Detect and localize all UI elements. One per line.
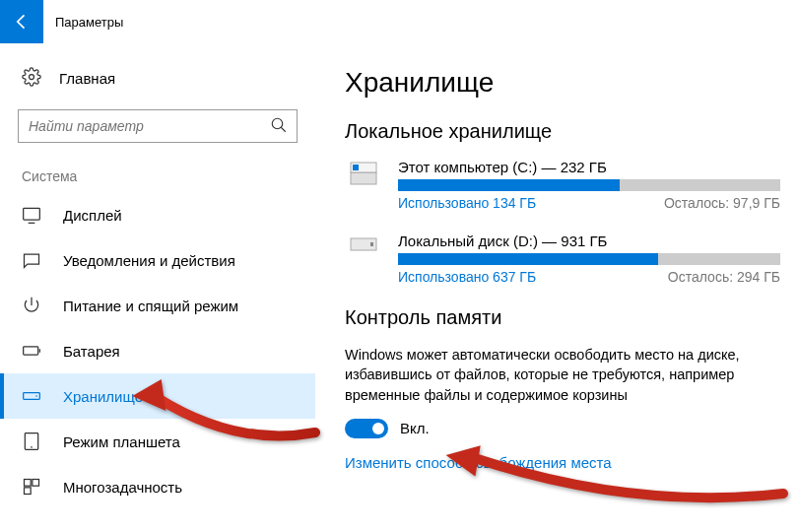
search-input[interactable]	[18, 109, 298, 143]
storage-sense-toggle[interactable]	[345, 419, 388, 438]
battery-icon	[22, 341, 41, 361]
svg-rect-3	[24, 347, 38, 355]
power-icon	[22, 296, 41, 315]
home-label: Главная	[59, 70, 115, 87]
search-box[interactable]	[18, 109, 298, 143]
svg-rect-9	[25, 488, 32, 495]
sidebar-item-label: Питание и спящий режим	[63, 298, 238, 314]
sidebar-item-battery[interactable]: Батарея	[0, 328, 315, 373]
drive-c-bar	[398, 179, 780, 191]
display-icon	[22, 205, 41, 225]
gear-icon	[22, 67, 41, 90]
svg-point-0	[30, 75, 34, 80]
home-button[interactable]: Главная	[0, 57, 315, 100]
svg-rect-8	[33, 480, 39, 487]
drive-d-remain: Осталось: 294 ГБ	[668, 269, 780, 285]
tablet-icon	[22, 432, 41, 451]
multitask-icon	[22, 477, 41, 497]
storage-sense-desc: Windows может автоматически освободить м…	[345, 345, 759, 405]
change-method-link[interactable]: Изменить способ освобождения места	[345, 454, 780, 471]
drive-c-icon	[345, 159, 382, 211]
search-icon	[270, 116, 288, 138]
back-button[interactable]	[0, 0, 43, 43]
sidebar-item-multitask[interactable]: Многозадачность	[0, 464, 315, 509]
storage-sense-title: Контроль памяти	[345, 306, 780, 329]
sidebar-item-label: Уведомления и действия	[63, 252, 235, 269]
sidebar-item-display[interactable]: Дисплей	[0, 192, 315, 237]
drive-c[interactable]: Этот компьютер (C:) — 232 ГБ Использован…	[345, 159, 780, 211]
group-label: Система	[0, 161, 315, 192]
storage-icon	[22, 386, 41, 406]
drive-d-bar	[398, 253, 780, 265]
page-title: Хранилище	[345, 67, 780, 99]
drive-c-remain: Осталось: 97,9 ГБ	[664, 195, 780, 211]
toggle-label: Вкл.	[400, 420, 430, 436]
svg-rect-7	[25, 480, 32, 487]
sidebar-item-tablet[interactable]: Режим планшета	[0, 419, 315, 464]
svg-rect-14	[370, 242, 373, 246]
svg-rect-10	[351, 172, 376, 184]
sidebar-item-label: Режим планшета	[63, 433, 180, 450]
drive-d-name: Локальный диск (D:) — 931 ГБ	[398, 233, 780, 249]
sidebar: Главная Система Дисплей Уведомления и де…	[0, 43, 315, 532]
sidebar-item-label: Многозадачность	[63, 479, 182, 496]
svg-rect-12	[353, 165, 359, 170]
notification-icon	[22, 250, 41, 270]
sidebar-item-storage[interactable]: Хранилище	[0, 373, 315, 419]
drive-d-icon	[345, 233, 382, 285]
sidebar-item-label: Хранилище	[63, 388, 143, 405]
drive-d[interactable]: Локальный диск (D:) — 931 ГБ Использован…	[345, 233, 780, 285]
main-content: Хранилище Локальное хранилище Этот компь…	[315, 43, 798, 532]
svg-rect-2	[24, 208, 40, 220]
window-title: Параметры	[43, 15, 123, 30]
drive-c-used: Использовано 134 ГБ	[398, 195, 536, 211]
sidebar-item-label: Батарея	[63, 343, 120, 360]
sidebar-item-power[interactable]: Питание и спящий режим	[0, 283, 315, 328]
sidebar-item-label: Дисплей	[63, 207, 122, 224]
svg-rect-4	[24, 393, 40, 400]
local-storage-title: Локальное хранилище	[345, 120, 780, 143]
svg-point-5	[35, 395, 37, 397]
svg-point-1	[272, 118, 283, 129]
drive-d-used: Использовано 637 ГБ	[398, 269, 536, 285]
drive-c-name: Этот компьютер (C:) — 232 ГБ	[398, 159, 780, 175]
sidebar-item-notifications[interactable]: Уведомления и действия	[0, 237, 315, 283]
